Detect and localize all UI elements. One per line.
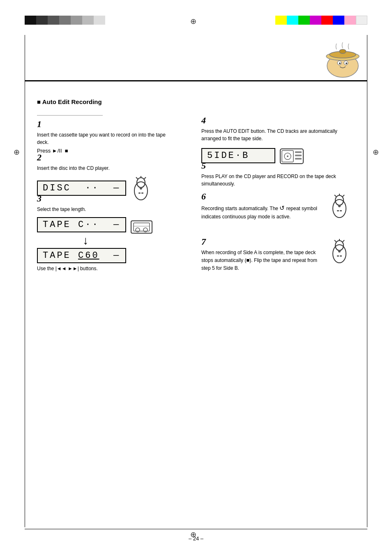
svg-rect-25 xyxy=(295,151,302,153)
svg-point-41 xyxy=(338,250,341,253)
step-6-desc: Recording starts automatically. The ↺ re… xyxy=(201,204,325,220)
step-6-content: 6 Recording starts automatically. The ↺ … xyxy=(201,191,325,220)
step-7-block: 7 When recording of Side A is complete, … xyxy=(201,236,350,272)
svg-line-39 xyxy=(334,240,336,242)
step-4-desc: Press the AUTO EDIT button. The CD track… xyxy=(201,127,349,142)
svg-line-40 xyxy=(343,240,344,242)
step-3-num: 3 xyxy=(37,193,153,204)
step-3-lcd2: TAPE C60 — xyxy=(37,248,126,263)
step-3-block: 3 Select the tape length. TAPE C·· — ↓ T… xyxy=(37,193,153,271)
svg-rect-27 xyxy=(295,158,302,160)
svg-point-36 xyxy=(333,245,346,263)
step-3-content: TAPE C·· — ↓ TAPE C60 — Use the |◄◄ ►►| … xyxy=(37,217,126,271)
svg-point-33 xyxy=(338,205,341,207)
step-3-lcd1: TAPE C·· — xyxy=(37,217,126,232)
section-title: Auto Edit Recording xyxy=(37,98,102,105)
svg-point-3 xyxy=(339,49,346,53)
svg-point-13 xyxy=(140,187,142,190)
color-bar-left xyxy=(25,16,105,25)
svg-rect-35 xyxy=(340,210,342,211)
left-margin xyxy=(25,35,25,527)
step-1-desc: Insert the cassette tape you want to rec… xyxy=(37,131,177,146)
step-3-skip: Use the |◄◄ ►►| buttons. xyxy=(37,266,126,271)
svg-rect-26 xyxy=(295,155,302,156)
step-1-block: 1 Insert the cassette tape you want to r… xyxy=(37,115,177,154)
svg-line-32 xyxy=(343,195,344,197)
svg-rect-42 xyxy=(337,255,339,257)
remote-icon-7 xyxy=(329,238,350,264)
svg-point-7 xyxy=(346,63,347,64)
step-7-desc: When recording of Side A is complete, th… xyxy=(201,249,325,272)
page-number: – 24 – xyxy=(189,535,203,542)
bottom-rule xyxy=(25,529,367,529)
cassette-icon-3 xyxy=(130,219,153,235)
color-bar-right xyxy=(275,16,367,25)
remote-icon-6 xyxy=(329,193,350,218)
svg-rect-17 xyxy=(134,223,150,231)
reg-mark-left xyxy=(12,148,21,156)
step-1-num: 1 xyxy=(37,119,177,130)
reg-mark-top xyxy=(189,17,197,25)
step-6-num: 6 xyxy=(201,191,325,202)
step-2-num: 2 xyxy=(37,152,152,163)
svg-point-28 xyxy=(333,199,346,218)
step-5-desc: Press PLAY on the CD player and RECORD o… xyxy=(201,173,345,188)
svg-line-31 xyxy=(334,195,336,197)
svg-rect-34 xyxy=(337,210,339,211)
svg-point-24 xyxy=(287,155,288,157)
mascot-illustration xyxy=(322,39,363,80)
svg-point-6 xyxy=(339,63,341,64)
svg-line-11 xyxy=(136,177,138,179)
right-margin xyxy=(367,35,367,527)
svg-rect-43 xyxy=(340,255,342,257)
step-7-content: 7 When recording of Side A is complete, … xyxy=(201,236,325,272)
svg-line-12 xyxy=(144,177,146,179)
step-3-arrow: ↓ xyxy=(45,234,126,247)
step-5-block: 5 Press PLAY on the CD player and RECORD… xyxy=(201,160,345,188)
step-6-block: 6 Recording starts automatically. The ↺ … xyxy=(201,191,350,220)
step-4-num: 4 xyxy=(201,115,349,126)
reg-mark-right xyxy=(371,148,380,156)
step-7-num: 7 xyxy=(201,236,325,247)
top-rule xyxy=(25,80,367,81)
step-3-desc: Select the tape length. xyxy=(37,206,153,213)
step-5-num: 5 xyxy=(201,160,345,171)
step-4-block: 4 Press the AUTO EDIT button. The CD tra… xyxy=(201,115,349,165)
step-2-desc: Insert the disc into the CD player. xyxy=(37,164,152,172)
